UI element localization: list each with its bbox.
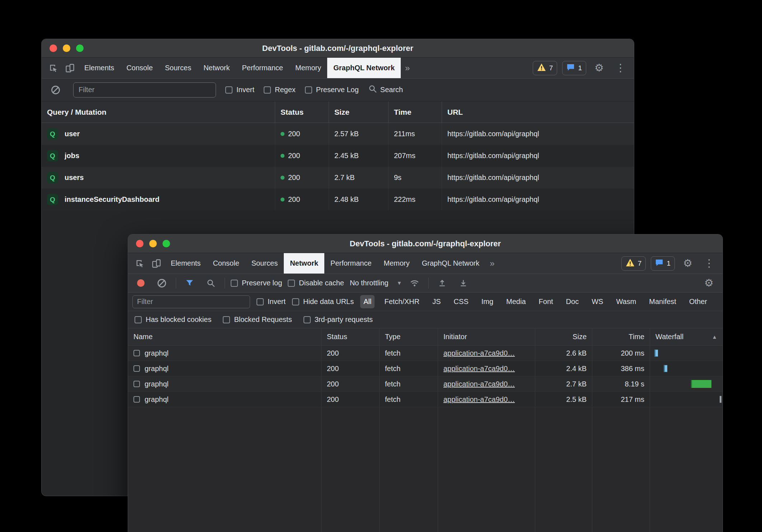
request-checkbox[interactable] (133, 396, 140, 403)
more-options-kebab-icon[interactable]: ⋮ (612, 63, 629, 73)
third-party-checkbox[interactable] (304, 316, 311, 323)
tab-graphql-network[interactable]: GraphQL Network (327, 58, 401, 78)
tab-network[interactable]: Network (284, 253, 324, 274)
col-size[interactable]: Size (535, 328, 592, 345)
request-checkbox[interactable] (133, 381, 140, 387)
tab-graphql-network[interactable]: GraphQL Network (416, 253, 485, 274)
preserve-log-toggle[interactable]: Preserve Log (305, 86, 359, 94)
filter-chip-js[interactable]: JS (429, 295, 444, 308)
more-options-kebab-icon[interactable]: ⋮ (701, 258, 718, 269)
tab-performance[interactable]: Performance (324, 253, 378, 274)
more-tabs-icon[interactable]: » (485, 258, 499, 269)
filter-chip-css[interactable]: CSS (451, 295, 472, 308)
warnings-badge[interactable]: 7 (533, 61, 558, 75)
request-row[interactable]: graphql 200 fetch application-a7ca9d0… 2… (128, 346, 723, 361)
filter-chip-manifest[interactable]: Manifest (646, 295, 679, 308)
filter-chip-font[interactable]: Font (536, 295, 556, 308)
device-toolbar-icon[interactable] (62, 63, 78, 73)
col-type[interactable]: Type (379, 328, 438, 345)
col-time[interactable]: Time (388, 101, 442, 123)
issues-badge[interactable]: 1 (562, 61, 586, 75)
filter-chip-other[interactable]: Other (686, 295, 710, 308)
network-settings-gear-icon[interactable]: ⚙ (701, 278, 717, 288)
tab-sources[interactable]: Sources (245, 253, 284, 274)
filter-input[interactable] (73, 82, 216, 98)
col-status[interactable]: Status (275, 101, 329, 123)
tab-console[interactable]: Console (120, 58, 159, 78)
minimize-button[interactable] (149, 240, 157, 247)
col-initiator[interactable]: Initiator (438, 328, 535, 345)
hide-data-urls-checkbox[interactable] (292, 298, 299, 305)
record-button[interactable] (134, 279, 148, 287)
third-party-toggle[interactable]: 3rd-party requests (304, 315, 373, 324)
has-blocked-cookies-checkbox[interactable] (135, 316, 142, 323)
more-tabs-icon[interactable]: » (401, 63, 414, 73)
minimize-button[interactable] (63, 44, 70, 52)
query-row[interactable]: Q jobs 200 2.45 kB 207ms https://gitlab.… (42, 145, 634, 167)
close-button[interactable] (136, 240, 144, 247)
request-checkbox[interactable] (133, 365, 140, 372)
invert-checkbox[interactable] (257, 298, 264, 305)
query-row[interactable]: Q user 200 2.57 kB 211ms https://gitlab.… (42, 123, 634, 145)
tab-memory[interactable]: Memory (289, 58, 327, 78)
request-row[interactable]: graphql 200 fetch application-a7ca9d0… 2… (128, 392, 723, 407)
search-control[interactable]: Search (368, 84, 403, 95)
network-conditions-icon[interactable] (406, 278, 423, 288)
warnings-badge[interactable]: 7 (621, 256, 646, 271)
col-time[interactable]: Time (592, 328, 650, 345)
zoom-button[interactable] (163, 240, 170, 247)
query-row[interactable]: Q users 200 2.7 kB 9s https://gitlab.com… (42, 167, 634, 189)
filter-chip-fetch-xhr[interactable]: Fetch/XHR (381, 295, 423, 308)
filter-chip-media[interactable]: Media (503, 295, 529, 308)
inspect-cursor-icon[interactable] (132, 258, 148, 269)
issues-badge[interactable]: 1 (651, 256, 675, 271)
blocked-requests-checkbox[interactable] (223, 316, 230, 323)
regex-checkbox[interactable] (264, 86, 271, 94)
filter-chip-ws[interactable]: WS (588, 295, 606, 308)
query-row[interactable]: Q instanceSecurityDashboard 200 2.48 kB … (42, 189, 634, 210)
regex-toggle[interactable]: Regex (264, 86, 296, 94)
tab-memory[interactable]: Memory (378, 253, 416, 274)
col-name[interactable]: Name (128, 328, 321, 345)
zoom-button[interactable] (76, 44, 84, 52)
search-icon[interactable] (203, 279, 219, 288)
titlebar[interactable]: DevTools - gitlab.com/-/graphql-explorer (128, 234, 723, 253)
col-query-mutation[interactable]: Query / Mutation (42, 101, 275, 123)
tab-network[interactable]: Network (197, 58, 236, 78)
request-checkbox[interactable] (133, 350, 140, 356)
hide-data-urls-toggle[interactable]: Hide data URLs (292, 298, 354, 306)
preserve-log-checkbox[interactable] (305, 86, 312, 94)
col-status[interactable]: Status (321, 328, 379, 345)
invert-toggle[interactable]: Invert (257, 298, 286, 306)
request-row[interactable]: graphql 200 fetch application-a7ca9d0… 2… (128, 376, 723, 392)
col-size[interactable]: Size (329, 101, 388, 123)
device-toolbar-icon[interactable] (148, 258, 165, 269)
settings-gear-icon[interactable]: ⚙ (591, 63, 607, 73)
inspect-cursor-icon[interactable] (45, 63, 62, 73)
tab-sources[interactable]: Sources (159, 58, 197, 78)
invert-toggle[interactable]: Invert (225, 86, 254, 94)
preserve-log-checkbox[interactable] (231, 280, 238, 287)
network-filter-input[interactable] (132, 295, 250, 308)
close-button[interactable] (50, 44, 57, 52)
tab-performance[interactable]: Performance (236, 58, 290, 78)
throttling-dropdown[interactable]: No throttling ▾ (350, 279, 401, 287)
blocked-requests-toggle[interactable]: Blocked Requests (223, 315, 292, 324)
filter-chip-doc[interactable]: Doc (563, 295, 582, 308)
initiator-link[interactable]: application-a7ca9d0… (443, 349, 515, 357)
disable-cache-checkbox[interactable] (288, 280, 295, 287)
filter-chip-all[interactable]: All (360, 295, 375, 308)
clear-log-icon[interactable] (154, 278, 170, 288)
initiator-link[interactable]: application-a7ca9d0… (443, 380, 515, 388)
filter-chip-img[interactable]: Img (478, 295, 497, 308)
export-har-icon[interactable] (456, 279, 471, 288)
filter-funnel-icon[interactable] (182, 279, 197, 288)
initiator-link[interactable]: application-a7ca9d0… (443, 395, 515, 404)
titlebar[interactable]: DevTools - gitlab.com/-/graphql-explorer (42, 39, 634, 58)
tab-elements[interactable]: Elements (78, 58, 120, 78)
initiator-link[interactable]: application-a7ca9d0… (443, 365, 515, 373)
clear-log-icon[interactable] (47, 85, 64, 95)
tab-elements[interactable]: Elements (165, 253, 207, 274)
invert-checkbox[interactable] (225, 86, 232, 94)
preserve-log-toggle[interactable]: Preserve log (231, 279, 282, 287)
